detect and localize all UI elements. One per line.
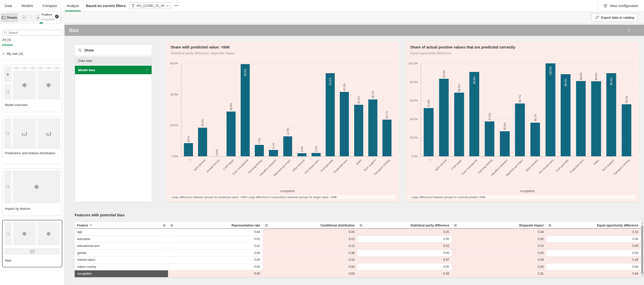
- tab-analyze[interactable]: Analyze: [67, 0, 79, 11]
- bar-Priv-house-serv[interactable]: [546, 63, 555, 156]
- active-tab-underline: [2, 45, 13, 45]
- search-icon: [4, 31, 7, 34]
- export-data-button[interactable]: Export data to catalog: [591, 13, 638, 22]
- table-scrollbar[interactable]: ▲ ▼: [641, 222, 644, 277]
- scroll-up-icon[interactable]: ▲: [641, 222, 644, 225]
- column-menu-icon[interactable]: [549, 224, 551, 226]
- column-header[interactable]: Representation rate: [168, 222, 263, 229]
- bar-Protective-serv[interactable]: [340, 92, 349, 156]
- value-cell: 0.10: [546, 229, 641, 236]
- x-tick-label: Craft-repair: [451, 159, 463, 171]
- sheet-card-model-overview[interactable]: Model overview: [2, 65, 62, 112]
- bar-Craft-repair[interactable]: [454, 93, 464, 156]
- bar-Sales[interactable]: [354, 105, 363, 156]
- column-header[interactable]: Statistical parity difference: [357, 222, 452, 229]
- show-item-data-bias[interactable]: Data bias: [75, 56, 152, 65]
- sheet-card-bias[interactable]: Bias: [2, 220, 62, 267]
- show-search[interactable]: Show: [75, 45, 152, 56]
- bar-Craft-repair[interactable]: [227, 112, 236, 156]
- next-sheet-icon: ›: [636, 27, 638, 33]
- more-options-button[interactable]: •••: [175, 4, 179, 8]
- selections-toolbar: Sheets ↶ ↷ ⊘ Feature occupation × Export…: [0, 12, 644, 23]
- show-item-model-bias[interactable]: Model bias ✓: [75, 66, 152, 74]
- bar-Prof-specialty[interactable]: [326, 73, 335, 156]
- value-cell: 0.20: [357, 229, 452, 236]
- column-menu-icon[interactable]: [265, 224, 268, 226]
- bar-Exec-managerial[interactable]: [469, 72, 479, 156]
- search-icon: [78, 48, 82, 52]
- feature-cell-age[interactable]: age: [75, 229, 168, 236]
- bar-Machine-op-inspct[interactable]: [515, 103, 525, 156]
- check-icon: ✓: [146, 68, 148, 72]
- bars: 8.5%18.4%0.0%28.8%59.5%7.4%4.1%12.9%2.0%…: [181, 64, 394, 156]
- bar-Tech-support[interactable]: [606, 73, 616, 156]
- view-configuration-button[interactable]: View configuration: [598, 0, 644, 11]
- bar-value-label: 28.8%: [230, 103, 233, 111]
- value-cell: 0.30: [546, 243, 641, 250]
- bar-Adm-clerical[interactable]: [439, 79, 449, 156]
- bar-Machine-op-inspct[interactable]: [283, 136, 292, 156]
- sheets-button[interactable]: Sheets: [1, 14, 17, 21]
- bar-Tech-support[interactable]: [368, 99, 377, 156]
- filter-dropdown[interactable]: v01_CATBC_01_04: [129, 2, 171, 9]
- feature-cell-educational-num[interactable]: educational-num: [75, 243, 168, 250]
- column-menu-icon[interactable]: [171, 224, 173, 226]
- search-input[interactable]: [9, 31, 61, 35]
- show-label: Show: [84, 48, 94, 52]
- value-cell: 0.26: [546, 256, 641, 264]
- show-item-label: Data bias: [78, 59, 92, 63]
- column-header[interactable]: Equal opportunity difference: [546, 222, 641, 229]
- bar-value-label: 41.6%: [343, 83, 346, 91]
- bar-Prof-specialty[interactable]: [561, 74, 571, 156]
- bar-Transport-moving[interactable]: [622, 104, 632, 156]
- bar-Handlers-cleaners[interactable]: [500, 131, 510, 156]
- bar-?[interactable]: [184, 143, 193, 156]
- bar-?[interactable]: [424, 108, 434, 156]
- column-menu-icon[interactable]: [454, 224, 457, 226]
- x-tick-label: ?: [189, 159, 192, 162]
- column-header-feature[interactable]: Feature↑: [75, 222, 168, 229]
- bar-Transport-moving[interactable]: [382, 120, 391, 156]
- close-icon[interactable]: ×: [55, 15, 59, 18]
- bar-Handlers-cleaners[interactable]: [269, 150, 278, 156]
- sheet-search[interactable]: [2, 30, 63, 36]
- step-back-selection-icon[interactable]: ↶: [22, 15, 26, 20]
- sheet-card-impact-by-feature[interactable]: Impact by feature: [2, 168, 62, 216]
- bar-Adm-clerical[interactable]: [198, 128, 207, 156]
- scroll-down-icon[interactable]: ▼: [641, 274, 644, 277]
- bar-value-label: 33.2%: [357, 96, 360, 104]
- chart-subtitle: Statistical parity difference, disparate…: [171, 51, 235, 55]
- bar-Protective-serv[interactable]: [576, 81, 586, 156]
- feature-cell-education[interactable]: education: [75, 236, 168, 243]
- feature-cell-gender[interactable]: gender: [75, 250, 168, 257]
- bar-Other-service[interactable]: [530, 123, 540, 156]
- feature-cell-occupation[interactable]: occupation: [75, 270, 168, 277]
- tab-all-sheets[interactable]: All (4): [2, 38, 11, 42]
- bar-Sales[interactable]: [591, 81, 601, 156]
- value-cell: 0.41: [168, 243, 263, 250]
- tab-compare[interactable]: Compare: [43, 0, 57, 11]
- bar-value-label: 53.6%: [329, 78, 332, 85]
- feature-cell-marital-status[interactable]: marital-status: [75, 256, 168, 264]
- value-cell: 0.00: [546, 264, 641, 271]
- sheet-card-predictions[interactable]: Predictions and feature distribution: [2, 116, 62, 164]
- plot-area: 8.5%18.4%0.0%28.8%59.5%7.4%4.1%12.9%2.0%…: [181, 64, 394, 157]
- value-cell: 0.84: [168, 229, 263, 236]
- my-own-section-toggle[interactable]: My own (4): [2, 52, 23, 56]
- bar-Other-service[interactable]: [297, 153, 306, 156]
- column-menu-icon[interactable]: [360, 224, 362, 226]
- tab-data[interactable]: Data: [5, 0, 12, 11]
- column-header[interactable]: Conditional distribution: [263, 222, 357, 229]
- tab-models[interactable]: Models: [22, 0, 33, 11]
- column-menu-icon[interactable]: [163, 224, 165, 226]
- feature-cell-native-country[interactable]: native-country: [75, 264, 168, 271]
- bar-Priv-house-serv[interactable]: [312, 153, 321, 156]
- selection-chip-feature[interactable]: Feature occupation ×: [40, 12, 60, 23]
- table-row: marital-status0.000.100.370.080.26: [75, 256, 641, 264]
- scrollbar-thumb[interactable]: [641, 225, 643, 274]
- bar-Farming-fishing[interactable]: [255, 145, 264, 156]
- column-header[interactable]: Disparate impact: [452, 222, 546, 229]
- bar-Farming-fishing[interactable]: [485, 121, 494, 156]
- bar-Exec-managerial[interactable]: [241, 64, 250, 156]
- previous-sheet-icon[interactable]: ‹: [628, 27, 630, 33]
